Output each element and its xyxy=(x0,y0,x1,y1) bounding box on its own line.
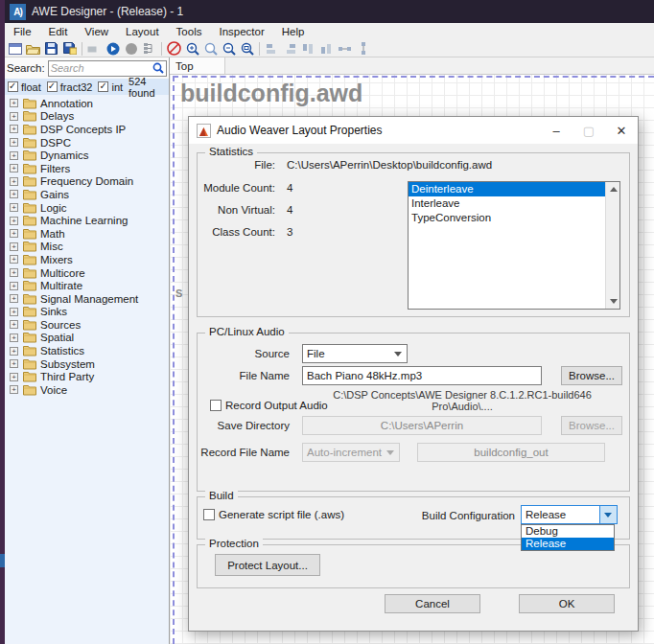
tree-item-filters[interactable]: + Filters xyxy=(5,162,169,175)
tree-item-multicore[interactable]: + Multicore xyxy=(5,266,169,280)
expand-plus-icon[interactable]: + xyxy=(10,334,18,342)
build-option-debug[interactable]: Debug xyxy=(522,525,614,538)
zoom-actual-icon[interactable] xyxy=(202,41,219,57)
menu-edit[interactable]: Edit xyxy=(40,26,77,37)
expand-plus-icon[interactable]: + xyxy=(10,268,18,277)
menu-help[interactable]: Help xyxy=(273,26,314,37)
checkbox-icon[interactable] xyxy=(98,81,108,92)
align-top-icon[interactable] xyxy=(300,41,316,57)
expand-plus-icon[interactable]: + xyxy=(10,373,18,381)
expand-plus-icon[interactable]: + xyxy=(10,177,18,186)
search-icon[interactable] xyxy=(152,62,164,74)
minimize-icon[interactable]: – xyxy=(540,117,572,144)
new-layout-icon[interactable] xyxy=(7,41,23,57)
expand-plus-icon[interactable]: + xyxy=(10,203,18,212)
zoom-out-icon[interactable] xyxy=(221,41,237,57)
record-icon[interactable] xyxy=(123,41,139,57)
expand-plus-icon[interactable]: + xyxy=(10,229,18,238)
play-icon[interactable] xyxy=(105,41,121,57)
tree-item-machine-learning[interactable]: + Machine Learning xyxy=(5,214,169,227)
file-name-input[interactable]: Bach Piano 48kHz.mp3 xyxy=(302,366,542,385)
zoom-fit-icon[interactable] xyxy=(239,41,255,57)
checkbox-icon[interactable] xyxy=(8,81,18,92)
menu-inspector[interactable]: Inspector xyxy=(210,26,272,37)
cancel-button[interactable]: Cancel xyxy=(385,594,480,613)
tab-top[interactable]: Top xyxy=(170,58,225,74)
expand-plus-icon[interactable]: + xyxy=(10,164,18,172)
module-list-item[interactable]: Interleave xyxy=(409,196,605,211)
build-option-release[interactable]: Release xyxy=(522,538,614,550)
expand-plus-icon[interactable]: + xyxy=(10,385,18,394)
build-target-icon[interactable] xyxy=(86,41,103,57)
checkbox-icon[interactable] xyxy=(210,400,222,411)
save-icon[interactable] xyxy=(43,41,59,57)
tree-item-signal-management[interactable]: + Signal Management xyxy=(5,292,169,306)
tree-item-dsp-concepts-ip[interactable]: + DSP Concepts IP xyxy=(5,123,169,136)
tree-item-misc[interactable]: + Misc xyxy=(5,241,169,254)
filter-fract32[interactable]: fract32 xyxy=(47,81,93,93)
filter-float[interactable]: float xyxy=(8,81,41,93)
generate-script-checkbox[interactable]: Generate script file (.aws) xyxy=(203,509,344,520)
tree-item-frequency-domain[interactable]: + Frequency Domain xyxy=(5,175,169,189)
filter-int[interactable]: int xyxy=(98,81,123,93)
expand-plus-icon[interactable]: + xyxy=(10,217,18,225)
menu-tools[interactable]: Tools xyxy=(168,26,211,37)
browse-button[interactable]: Browse... xyxy=(561,366,622,385)
expand-plus-icon[interactable]: + xyxy=(10,99,18,107)
distribute-vertical-icon[interactable] xyxy=(355,41,371,57)
build-config-combo[interactable]: Release xyxy=(521,505,618,524)
distribute-horizontal-icon[interactable] xyxy=(337,41,353,57)
tree-item-sources[interactable]: + Sources xyxy=(5,318,169,332)
expand-plus-icon[interactable]: + xyxy=(10,138,18,147)
checkbox-icon[interactable] xyxy=(203,509,215,520)
tree-item-delays[interactable]: + Delays xyxy=(5,110,169,124)
list-scrollbar[interactable] xyxy=(605,182,619,309)
align-bottom-icon[interactable] xyxy=(318,41,335,57)
menu-layout[interactable]: Layout xyxy=(117,26,168,37)
protect-layout-button[interactable]: Protect Layout... xyxy=(215,554,320,576)
module-list-item[interactable]: TypeConversion xyxy=(409,211,605,225)
tree-item-dspc[interactable]: + DSPC xyxy=(5,136,169,150)
module-class-list[interactable]: DeinterleaveInterleaveTypeConversion xyxy=(408,181,620,310)
expand-plus-icon[interactable]: + xyxy=(10,347,18,356)
ok-button[interactable]: OK xyxy=(519,594,615,613)
checkbox-icon[interactable] xyxy=(47,81,58,92)
tree-item-math[interactable]: + Math xyxy=(5,227,169,241)
open-file-icon[interactable] xyxy=(25,41,41,57)
expand-plus-icon[interactable]: + xyxy=(10,359,18,368)
align-right-icon[interactable] xyxy=(282,41,298,57)
tree-item-logic[interactable]: + Logic xyxy=(5,201,169,215)
module-list-item[interactable]: Deinterleave xyxy=(409,182,605,196)
tree-item-subsystem[interactable]: + Subsystem xyxy=(5,357,169,371)
disconnect-icon[interactable] xyxy=(166,41,182,57)
expand-plus-icon[interactable]: + xyxy=(10,190,18,198)
tree-item-voice[interactable]: + Voice xyxy=(5,383,169,397)
expand-plus-icon[interactable]: + xyxy=(10,294,18,303)
search-input[interactable]: Search xyxy=(48,60,167,77)
expand-plus-icon[interactable]: + xyxy=(10,112,18,121)
align-left-icon[interactable] xyxy=(264,41,280,57)
profile-icon[interactable] xyxy=(141,41,157,57)
expand-plus-icon[interactable]: + xyxy=(10,308,18,316)
tree-item-spatial[interactable]: + Spatial xyxy=(5,332,169,345)
expand-plus-icon[interactable]: + xyxy=(10,151,18,160)
save-as-icon[interactable] xyxy=(61,41,78,57)
scroll-down-icon[interactable] xyxy=(610,299,618,304)
scroll-up-icon[interactable] xyxy=(610,187,618,192)
menu-file[interactable]: File xyxy=(5,26,40,37)
zoom-in-icon[interactable] xyxy=(184,41,200,57)
tree-item-third-party[interactable]: + Third Party xyxy=(5,370,169,383)
expand-plus-icon[interactable]: + xyxy=(10,282,18,290)
tree-item-sinks[interactable]: + Sinks xyxy=(5,306,169,319)
maximize-icon[interactable]: ▢ xyxy=(572,117,605,144)
expand-plus-icon[interactable]: + xyxy=(10,255,18,264)
close-icon[interactable]: ✕ xyxy=(605,117,638,144)
source-combo[interactable]: File xyxy=(302,344,408,363)
expand-plus-icon[interactable]: + xyxy=(10,242,18,251)
tree-item-mixers[interactable]: + Mixers xyxy=(5,253,169,266)
tree-item-multirate[interactable]: + Multirate xyxy=(5,279,169,292)
record-output-checkbox[interactable]: Record Output Audio xyxy=(210,400,328,411)
tree-item-annotation[interactable]: + Annotation xyxy=(5,97,169,110)
dialog-titlebar[interactable]: Audio Weaver Layout Properties – ▢ ✕ xyxy=(189,117,638,144)
tree-item-gains[interactable]: + Gains xyxy=(5,188,169,201)
